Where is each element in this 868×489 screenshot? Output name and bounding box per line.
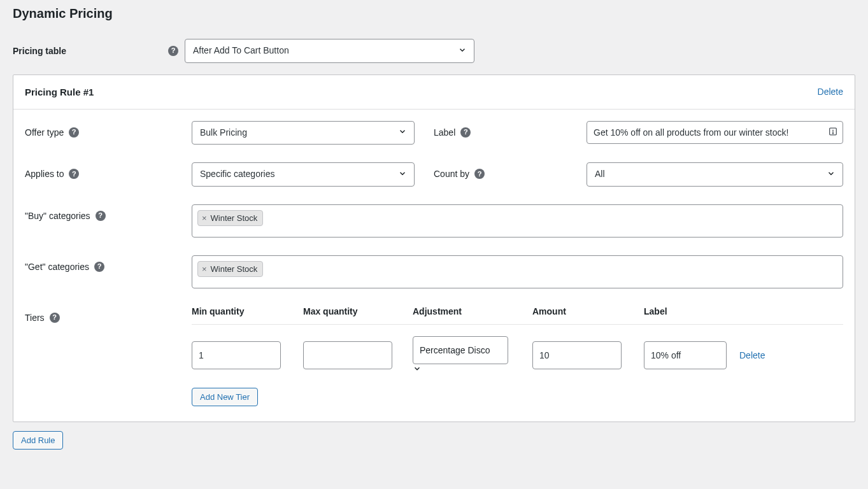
- delete-tier-link[interactable]: Delete: [739, 350, 765, 360]
- tiers-col-amt: Amount: [532, 306, 644, 316]
- help-icon[interactable]: ?: [50, 313, 60, 323]
- pricing-table-row: Pricing table ? After Add To Cart Button: [13, 39, 855, 63]
- autofill-icon: [828, 126, 838, 138]
- add-tier-button[interactable]: Add New Tier: [192, 388, 258, 406]
- tier-row: Percentage Discount: [192, 336, 843, 375]
- tiers-col-min: Min quantity: [192, 306, 303, 316]
- applies-to-label: Applies to: [25, 169, 64, 179]
- svg-point-2: [832, 132, 833, 133]
- close-icon[interactable]: ×: [202, 214, 207, 222]
- applies-to-select[interactable]: Specific categories: [192, 162, 415, 187]
- help-icon[interactable]: ?: [168, 46, 178, 56]
- tier-label-input[interactable]: [644, 341, 727, 369]
- count-by-select[interactable]: All: [587, 162, 843, 187]
- tier-adjustment-value: Percentage Discount: [420, 345, 490, 355]
- label-input[interactable]: [587, 121, 843, 144]
- tag-label: Winter Stock: [211, 264, 258, 274]
- tier-adjustment-select[interactable]: Percentage Discount: [413, 336, 508, 364]
- tag-label: Winter Stock: [211, 213, 258, 223]
- rule-title: Pricing Rule #1: [25, 87, 94, 97]
- help-icon[interactable]: ?: [69, 169, 79, 179]
- help-icon[interactable]: ?: [96, 211, 106, 221]
- count-by-label: Count by: [434, 169, 469, 179]
- offer-type-select[interactable]: Bulk Pricing: [192, 121, 415, 145]
- applies-to-value: Specific categories: [200, 168, 275, 181]
- label-field-label: Label: [434, 127, 455, 138]
- tiers-col-max: Max quantity: [303, 306, 413, 316]
- close-icon[interactable]: ×: [202, 265, 207, 273]
- get-categories-input[interactable]: × Winter Stock: [192, 255, 843, 288]
- pricing-rule-panel: Pricing Rule #1 Delete Offer type ? Bulk…: [13, 74, 855, 422]
- offer-type-label: Offer type: [25, 127, 64, 138]
- tiers-col-adj: Adjustment: [413, 306, 532, 316]
- help-icon[interactable]: ?: [460, 127, 471, 138]
- offer-type-value: Bulk Pricing: [200, 127, 247, 139]
- tag-chip[interactable]: × Winter Stock: [197, 210, 263, 226]
- chevron-down-icon: [413, 365, 422, 375]
- buy-categories-input[interactable]: × Winter Stock: [192, 204, 843, 237]
- rule-header: Pricing Rule #1 Delete: [13, 75, 855, 110]
- tag-chip[interactable]: × Winter Stock: [197, 261, 263, 277]
- count-by-value: All: [595, 168, 605, 181]
- pricing-table-select-value: After Add To Cart Button: [193, 45, 289, 57]
- page-title: Dynamic Pricing: [13, 0, 855, 39]
- add-rule-button[interactable]: Add Rule: [13, 431, 63, 450]
- get-categories-label: "Get" categories: [25, 262, 89, 272]
- tier-max-input[interactable]: [303, 341, 392, 369]
- tier-min-input[interactable]: [192, 341, 281, 369]
- delete-rule-link[interactable]: Delete: [818, 87, 843, 97]
- tier-amount-input[interactable]: [532, 341, 622, 369]
- pricing-table-select[interactable]: After Add To Cart Button: [185, 39, 474, 63]
- tiers-col-lbl: Label: [644, 306, 739, 316]
- help-icon[interactable]: ?: [474, 169, 485, 179]
- buy-categories-label: "Buy" categories: [25, 211, 90, 221]
- tiers-label: Tiers: [25, 313, 45, 323]
- help-icon[interactable]: ?: [94, 262, 104, 272]
- help-icon[interactable]: ?: [69, 127, 79, 138]
- tiers-table: Min quantity Max quantity Adjustment Amo…: [192, 306, 843, 406]
- pricing-table-label: Pricing table: [13, 46, 66, 56]
